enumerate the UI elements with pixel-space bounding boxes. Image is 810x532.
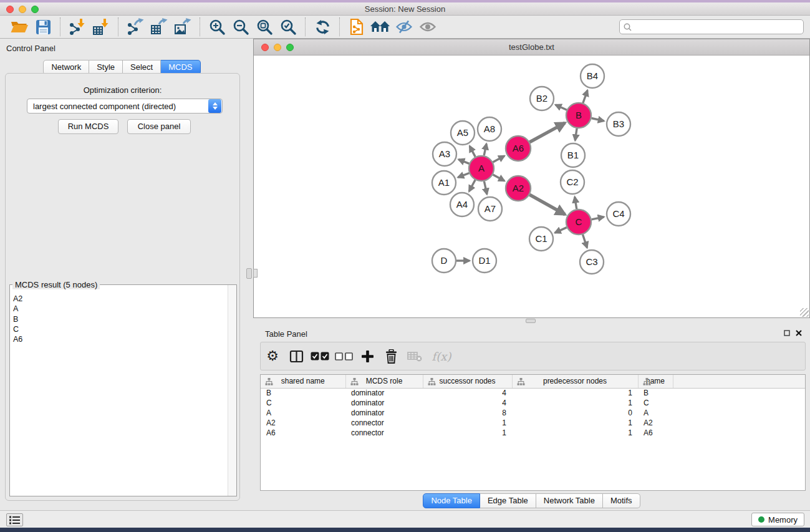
tab-edge-table[interactable]: Edge Table [480, 493, 536, 508]
table-row[interactable]: A2connector11A2 [261, 418, 806, 428]
graph-node-C3[interactable]: C3 [580, 250, 604, 274]
graph-edge-A-A7[interactable] [484, 181, 487, 195]
tab-node-table[interactable]: Node Table [423, 493, 480, 508]
graph-edge-B-B4[interactable] [583, 90, 587, 104]
graph-node-B2[interactable]: B2 [530, 87, 554, 110]
delete-column-button[interactable] [379, 344, 403, 368]
import-table-button[interactable] [89, 17, 113, 37]
column-header-shared-name[interactable]: shared name [261, 375, 345, 388]
mcds-result-item[interactable]: B [13, 314, 227, 324]
mcds-result-item[interactable]: A2 [13, 294, 227, 304]
export-table-button[interactable] [147, 17, 171, 37]
graph-node-C[interactable]: C [566, 210, 591, 235]
graph-edge-C-C1[interactable] [555, 228, 567, 233]
export-image-button[interactable] [171, 17, 195, 37]
show-all-button[interactable] [416, 17, 440, 37]
graph-edge-A-A1[interactable] [458, 173, 469, 178]
graph-node-C2[interactable]: C2 [561, 170, 584, 194]
search-input[interactable] [634, 22, 799, 32]
first-neighbors-button[interactable] [369, 17, 392, 37]
graph-node-A[interactable]: A [469, 156, 494, 181]
graph-node-B4[interactable]: B4 [581, 64, 604, 88]
graph-edge-B-B2[interactable] [556, 105, 567, 110]
network-canvas[interactable]: B4B2BB3A8A5A6A3B1AA1C2A2A4A7C4CC1C3DD1 [254, 56, 809, 317]
table-row[interactable]: A6connector11A6 [261, 428, 806, 438]
export-network-button[interactable] [123, 17, 147, 37]
graph-node-D[interactable]: D [432, 249, 456, 273]
graph-node-B3[interactable]: B3 [607, 112, 630, 136]
canvas-edge-handle[interactable] [253, 269, 258, 278]
select-all-button[interactable] [308, 344, 332, 368]
add-column-button[interactable] [355, 344, 379, 368]
zoom-selected-button[interactable] [276, 17, 300, 37]
save-session-button[interactable] [31, 17, 55, 37]
graph-edge-A2-C[interactable] [529, 195, 565, 215]
graph-node-A4[interactable]: A4 [450, 193, 474, 216]
graph-node-A8[interactable]: A8 [478, 117, 501, 141]
zoom-out-button[interactable] [229, 17, 253, 37]
zoom-fit-button[interactable] [253, 17, 276, 37]
column-header-name[interactable]: name [638, 375, 673, 388]
graph-node-C4[interactable]: C4 [607, 202, 630, 226]
table-settings-button[interactable]: ⚙ [261, 344, 284, 368]
graph-edge-A-A2[interactable] [493, 175, 505, 181]
graph-node-A1[interactable]: A1 [432, 171, 456, 195]
result-scrollbar[interactable] [228, 285, 236, 496]
tab-motifs[interactable]: Motifs [603, 493, 640, 508]
float-table-panel-icon[interactable] [784, 330, 790, 336]
graph-edge-A-A8[interactable] [484, 144, 486, 156]
window-resize-grip[interactable] [800, 308, 809, 317]
graph-node-A2[interactable]: A2 [506, 176, 531, 201]
graph-node-A5[interactable]: A5 [451, 121, 475, 145]
horizontal-split-handle[interactable] [526, 319, 536, 323]
column-header-successor-nodes[interactable]: successor nodes [423, 375, 512, 388]
graph-node-B1[interactable]: B1 [561, 143, 585, 167]
graph-edge-C-C4[interactable] [592, 217, 604, 220]
graph-node-A6[interactable]: A6 [506, 136, 531, 161]
tab-network-table[interactable]: Network Table [536, 493, 603, 508]
graph-edge-A-A6[interactable] [493, 156, 505, 162]
graph-edge-C-C2[interactable] [575, 197, 577, 210]
graph-edge-A-A5[interactable] [470, 146, 475, 157]
table-row[interactable]: Cdominator41C [261, 398, 806, 408]
toolbar-separator [339, 17, 340, 36]
column-header-mcds-role[interactable]: MCDS role [345, 375, 423, 388]
graph-edge-B-B3[interactable] [592, 118, 604, 121]
task-history-button[interactable] [6, 513, 23, 526]
column-visibility-button[interactable] [284, 344, 308, 368]
deselect-all-button[interactable] [332, 344, 355, 368]
graph-node-B[interactable]: B [566, 103, 591, 128]
run-mcds-button[interactable]: Run MCDS [58, 119, 118, 134]
column-header-predecessor-nodes[interactable]: predecessor nodes [512, 375, 638, 388]
mcds-result-item[interactable]: A [13, 304, 227, 314]
graph-edge-A-A3[interactable] [458, 160, 469, 164]
graph-node-A7[interactable]: A7 [478, 197, 502, 221]
refresh-button[interactable] [311, 17, 334, 37]
close-panel-button[interactable]: Close panel [127, 119, 191, 134]
graph-edge-A-A4[interactable] [469, 180, 475, 191]
vertical-split-handle[interactable] [246, 268, 252, 279]
graph-edge-B-B1[interactable] [575, 128, 577, 140]
search-field[interactable] [619, 19, 804, 34]
table-row[interactable]: Bdominator41B [261, 388, 806, 398]
hide-selected-button[interactable] [392, 17, 416, 37]
zoom-in-button[interactable] [205, 17, 229, 37]
criterion-dropdown[interactable]: largest connected component (directed) [27, 99, 223, 114]
graph-node-D1[interactable]: D1 [473, 249, 496, 273]
graph-node-A3[interactable]: A3 [433, 142, 456, 166]
mcds-result-item[interactable]: A6 [13, 334, 227, 344]
graph-node-C1[interactable]: C1 [529, 227, 553, 251]
table-row[interactable]: Adominator80A [261, 408, 806, 418]
mcds-result-item[interactable]: C [13, 324, 227, 334]
list-icon [9, 516, 20, 525]
function-builder-button[interactable]: f(x) [427, 344, 456, 368]
delete-table-button[interactable] [403, 344, 427, 368]
houses-icon [370, 20, 390, 34]
memory-button[interactable]: Memory [751, 513, 804, 526]
open-session-button[interactable] [7, 17, 31, 37]
graph-edge-C-C3[interactable] [583, 235, 587, 248]
new-network-from-selection-button[interactable] [345, 17, 369, 37]
import-network-button[interactable] [65, 17, 89, 37]
close-table-panel-icon[interactable] [796, 330, 802, 336]
graph-edge-A6-B[interactable] [529, 123, 565, 142]
